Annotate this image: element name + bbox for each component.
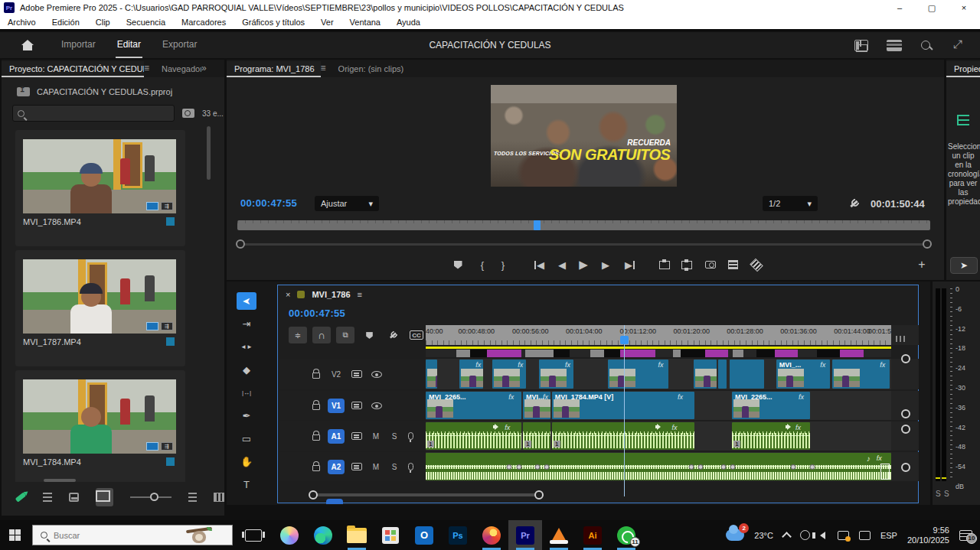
edit-pencil-icon[interactable]: [15, 492, 27, 502]
snap-icon[interactable]: ∩: [312, 327, 331, 343]
menu-ayuda[interactable]: Ayuda: [397, 18, 420, 27]
video-clip[interactable]: MVI...fx: [523, 392, 550, 419]
icon-view-icon[interactable]: [69, 493, 79, 502]
toggle-visibility-icon[interactable]: [371, 371, 382, 378]
bin-hscrollbar[interactable]: [44, 479, 76, 482]
voiceover-mic-icon[interactable]: [408, 463, 413, 470]
minimize-button[interactable]: –: [884, 0, 916, 15]
rectangle-tool[interactable]: ▭: [237, 430, 256, 447]
video-clip[interactable]: fx: [608, 360, 668, 389]
share-icon[interactable]: [854, 40, 868, 51]
sort-icon[interactable]: [188, 493, 197, 502]
insert-button[interactable]: [724, 256, 742, 273]
hscroll-handle-right[interactable]: [534, 490, 544, 500]
video-clip[interactable]: fx: [459, 360, 483, 389]
menu-edicion[interactable]: Edición: [52, 18, 80, 27]
solo-right-button[interactable]: S: [944, 490, 949, 498]
timeline-menu-icon[interactable]: ≡: [358, 290, 362, 299]
audio-clip[interactable]: fx1: [426, 422, 521, 450]
track-a2-label[interactable]: A2: [328, 460, 345, 474]
viewer-zoom-bar[interactable]: [237, 243, 930, 246]
tab-program[interactable]: Programa: MVI_1786: [227, 61, 321, 77]
source-patch-icon[interactable]: [351, 402, 362, 409]
menu-secuencia[interactable]: Secuencia: [126, 18, 165, 27]
media-item[interactable]: ⇶MVI_1784.MP4: [15, 370, 185, 482]
volume-keyframe[interactable]: [507, 464, 512, 470]
taskbar-app-file-explorer[interactable]: [340, 520, 374, 550]
menu-clip[interactable]: Clip: [96, 18, 110, 27]
source-patch-icon[interactable]: [351, 463, 362, 470]
taskbar-app-microsoft-store[interactable]: [374, 520, 407, 550]
timeline-hscrollbar[interactable]: [313, 493, 540, 496]
taskbar-app-firefox[interactable]: [475, 520, 508, 550]
menu-marcadores[interactable]: Marcadores: [181, 18, 226, 27]
hscroll-handle-left[interactable]: [309, 490, 318, 500]
mute-button[interactable]: M: [371, 432, 381, 441]
mark-in-button[interactable]: {: [473, 256, 492, 273]
bin-up-icon[interactable]: [17, 87, 30, 96]
selection-tool[interactable]: ➤: [237, 292, 256, 310]
video-clip[interactable]: fx: [832, 360, 890, 389]
close-button[interactable]: ×: [948, 0, 980, 15]
taskbar-app-copilot[interactable]: [273, 520, 306, 550]
timeline-settings-icon[interactable]: ≑: [289, 327, 307, 343]
taskbar-app-vlc[interactable]: [542, 520, 576, 550]
go-to-out-button[interactable]: ▶: [621, 256, 639, 273]
graphic-clip-segment[interactable]: [840, 350, 863, 357]
track-select-forward-tool[interactable]: ⇥: [237, 315, 256, 333]
program-scrubber[interactable]: [237, 220, 930, 230]
close-sequence-icon[interactable]: ×: [286, 290, 290, 299]
fullscreen-icon[interactable]: [952, 40, 966, 51]
tab-properties[interactable]: Propiedades: [946, 61, 980, 77]
quick-find-icon[interactable]: [920, 40, 934, 51]
hand-tool[interactable]: ✋: [237, 453, 256, 470]
tab-project[interactable]: Proyecto: CAPACITACIÓN Y CEDULAS: [2, 61, 144, 77]
volume-keyframe[interactable]: [516, 464, 521, 470]
search-input[interactable]: [24, 109, 155, 118]
volume-rubber-band[interactable]: [426, 466, 891, 467]
solo-left-button[interactable]: S: [936, 490, 941, 498]
video-clip[interactable]: fx: [492, 360, 526, 389]
tab-source[interactable]: Origen: (sin clips): [331, 61, 410, 77]
music-clip[interactable]: ♪fx: [426, 453, 891, 480]
graphic-clip-segment[interactable]: [673, 350, 681, 357]
track-v2-label[interactable]: V2: [328, 370, 345, 379]
thumbnail-view-button[interactable]: [96, 488, 113, 506]
volume-icon[interactable]: [820, 532, 825, 539]
vscroll-knob[interactable]: [901, 463, 910, 472]
graphic-clip-segment[interactable]: [733, 350, 743, 357]
menu-archivo[interactable]: Archivo: [8, 18, 36, 27]
graphic-clip-segment[interactable]: [756, 350, 775, 357]
track-v1-content[interactable]: MVI_2265...fxMVI...fxMVI_1784.MP4 [V]fxM…: [426, 391, 891, 420]
timeline-playhead[interactable]: [624, 325, 625, 496]
graphic-clip-segment[interactable]: [775, 350, 798, 357]
track-a1-label[interactable]: A1: [328, 429, 345, 444]
tray-expand-icon[interactable]: [782, 532, 792, 542]
zoom-handle-left[interactable]: [236, 239, 245, 249]
step-back-button[interactable]: ◀: [553, 256, 571, 273]
project-file-name[interactable]: CAPACITACIÓN Y CEDULAS.prproj: [37, 87, 172, 96]
extract-button[interactable]: [678, 256, 696, 273]
timeline-timecode[interactable]: 00:00:47:55: [289, 308, 345, 319]
resolution-dropdown[interactable]: 1/2 ▾: [763, 196, 818, 211]
taskbar-clock[interactable]: 9:56 20/10/2025: [907, 526, 949, 545]
graphic-clip-segment[interactable]: [681, 350, 705, 357]
volume-rubber-band[interactable]: [732, 435, 810, 436]
audio-clip[interactable]: fx1: [732, 422, 810, 450]
graphic-clip-segment[interactable]: [487, 350, 521, 357]
sequence-tab-label[interactable]: MVI_1786: [312, 290, 350, 299]
program-timecode[interactable]: 00:00:47:55: [240, 197, 297, 209]
task-view-icon[interactable]: [245, 529, 262, 542]
lock-icon[interactable]: [312, 404, 320, 410]
home-icon[interactable]: [21, 40, 34, 50]
graphic-clip-segment[interactable]: [525, 350, 554, 357]
maximize-button[interactable]: ▢: [916, 0, 948, 15]
solo-button[interactable]: S: [390, 463, 399, 471]
video-clip[interactable]: fx: [539, 360, 573, 389]
workspace-tab-exportar[interactable]: Exportar: [161, 32, 198, 58]
network-icon[interactable]: [859, 531, 871, 540]
lock-icon[interactable]: [312, 465, 320, 471]
graphic-clip-segment[interactable]: [554, 350, 570, 357]
step-forward-button[interactable]: ▶: [596, 256, 615, 273]
search-box[interactable]: [12, 105, 175, 122]
